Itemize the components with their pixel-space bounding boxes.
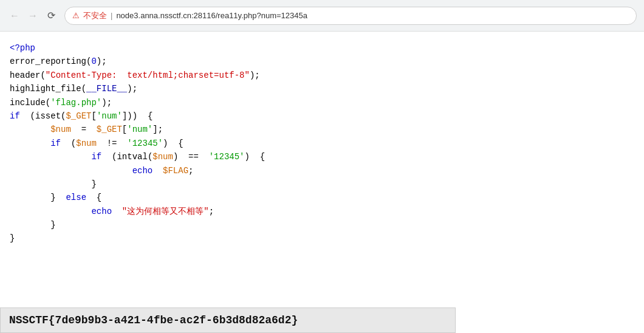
code-line-15: }: [10, 233, 15, 243]
code-line-4: highlight_file(__FILE__);: [10, 84, 137, 94]
separator: |: [111, 11, 112, 20]
code-line-6: if (isset($_GET['num'])) {: [10, 111, 152, 121]
code-line-10: echo $FLAG;: [10, 166, 193, 176]
security-icon: ⚠: [72, 11, 80, 20]
flag-bar: NSSCTF{7de9b9b3-a421-4fbe-ac2f-6b3d8d82a…: [0, 307, 456, 333]
code-line-14: }: [10, 220, 56, 230]
code-line-13: echo "这为何相等又不相等";: [10, 207, 214, 216]
security-label: 不安全: [83, 10, 107, 21]
url-text: node3.anna.nssctf.cn:28116/rea11y.php?nu…: [116, 11, 307, 20]
code-line-5: include('flag.php');: [10, 98, 112, 108]
reload-button[interactable]: ⟳: [44, 9, 58, 23]
nav-buttons: ← → ⟳: [7, 9, 58, 23]
back-button[interactable]: ←: [7, 9, 22, 23]
code-line-12: } else {: [10, 193, 101, 202]
code-line-3: header("Content-Type: text/html;charset=…: [10, 70, 260, 80]
code-line-7: $num = $_GET['num'];: [10, 125, 163, 134]
php-open-tag: <?php: [10, 43, 35, 53]
code-line-11: }: [10, 179, 97, 189]
flag-value: NSSCTF{7de9b9b3-a421-4fbe-ac2f-6b3d8d82a…: [9, 314, 298, 326]
code-line-8: if ($num != '12345') {: [10, 139, 183, 148]
code-display: <?php error_reporting(0); header("Conten…: [0, 32, 644, 245]
browser-chrome: ← → ⟳ ⚠ 不安全 | node3.anna.nssctf.cn:28116…: [0, 0, 644, 32]
forward-button[interactable]: →: [26, 9, 40, 23]
code-line-9: if (intval($num) == '12345') {: [10, 152, 265, 162]
code-line-2: error_reporting(0);: [10, 57, 107, 66]
address-bar[interactable]: ⚠ 不安全 | node3.anna.nssctf.cn:28116/rea11…: [64, 7, 637, 25]
